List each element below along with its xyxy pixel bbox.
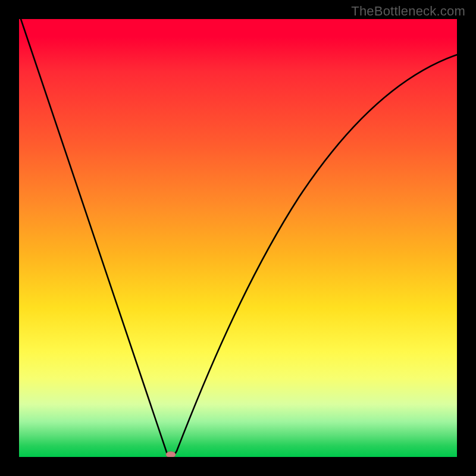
watermark-text: TheBottleneck.com [351, 4, 465, 19]
bottleneck-curve [21, 19, 457, 456]
optimal-point-marker [166, 452, 176, 457]
curve-layer [19, 19, 457, 457]
plot-area [19, 19, 457, 457]
chart-frame: TheBottleneck.com [0, 0, 476, 476]
